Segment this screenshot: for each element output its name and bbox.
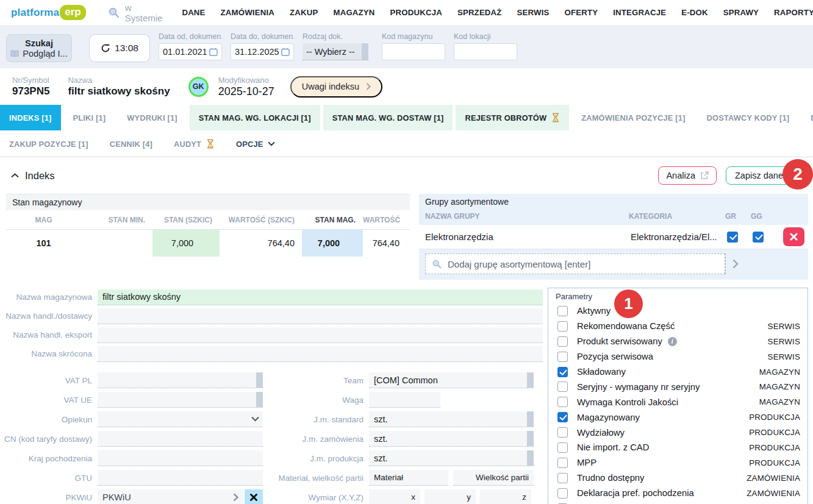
info-icon[interactable]: i (668, 337, 677, 346)
checkbox-mpp[interactable] (557, 458, 568, 468)
nav-item-zamowienia[interactable]: ZAMÓWIENIA (221, 8, 274, 17)
nav-item-sprzedaz[interactable]: SPRZEDAŻ (457, 8, 502, 17)
jm-produkcja-select[interactable]: szt. (369, 450, 534, 466)
vat-pl-select[interactable] (98, 372, 263, 388)
nav-item-oferty[interactable]: OFERTY (565, 8, 598, 17)
wielkosc-partii-input[interactable]: Wielkość partii (453, 470, 534, 486)
nazwa-magazynowa-input[interactable]: filtr siatkowy skośny (98, 289, 543, 305)
checkbox-deklaracja-pref-pochodzenia[interactable] (557, 488, 568, 499)
param-row-wymagana-karta-charakterystyki: Wymagana Karta charakterystykiZAMÓWIENIA (556, 501, 800, 504)
remove-group-button[interactable] (783, 227, 804, 246)
doc-type-select[interactable]: -- Wybierz -- (303, 43, 368, 60)
checkbox-seryjny-wymagany-nr-seryjny[interactable] (557, 382, 568, 392)
nav-item-dane[interactable]: DANE (182, 8, 205, 17)
date-from-input[interactable]: 01.01.2021 (159, 43, 222, 60)
pkwiu-picker[interactable]: PKWiU (98, 489, 243, 504)
checkbox-aktywny[interactable] (557, 306, 568, 316)
nav-item-integracje[interactable]: INTEGRACJE (613, 8, 666, 17)
add-group-input[interactable]: Dodaj grupę asortymentową [enter] (425, 254, 725, 274)
gtu-input[interactable] (98, 470, 263, 486)
tab-cennik[interactable]: CENNIK [4] (101, 131, 162, 157)
vat-ue-select[interactable] (98, 392, 263, 408)
checkbox-skladowany[interactable] (557, 367, 568, 377)
cn-input[interactable] (98, 431, 263, 447)
wymiar-x-input[interactable]: x (369, 489, 420, 504)
nav-item-magazyn[interactable]: MAGAZYN (333, 8, 374, 17)
select-handle (527, 411, 534, 427)
checkbox-pozycja-serwisowa[interactable] (557, 352, 568, 362)
tabs-row-1: INDEKS [1]PLIKI [1]WYDRUKI [1]STAN MAG. … (0, 105, 813, 130)
tab-dostawcy-kody[interactable]: DOSTAWCY KODY [1] (698, 105, 799, 130)
nav-item-sprawy[interactable]: SPRAWY (723, 8, 759, 17)
avatar[interactable]: GK (188, 77, 209, 97)
modified-label: Modyfikowano (218, 76, 274, 85)
nazwa-handl-dostawcy-input[interactable] (98, 308, 543, 324)
groups-col-gg: GG (751, 212, 802, 221)
nazwa-handl-eksport-input[interactable] (98, 327, 543, 343)
param-label: Wymaga Kontroli Jakości (577, 397, 678, 407)
analiza-button[interactable]: Analiza (658, 166, 717, 185)
wymiar-y-input[interactable]: y (424, 489, 476, 504)
refresh-time: 13:08 (115, 43, 138, 54)
nav-item-e-dok[interactable]: E-DOK (681, 8, 708, 17)
tab-dostawcy-ceny[interactable]: DOSTAWCY CENY [1] (801, 105, 813, 130)
tab-label: DOSTAWCY CENY [1] (811, 113, 813, 122)
checkbox-wydzialowy[interactable] (557, 427, 568, 438)
date-to-value: 31.12.2025 (235, 47, 279, 57)
field-value: szt. (374, 453, 388, 463)
param-category: PRODUKCJA (749, 428, 800, 437)
checkbox-trudno-dostepny[interactable] (557, 473, 568, 483)
tab-stan-mag-wg-dostaw[interactable]: STAN MAG. WG. DOSTAW [1] (323, 105, 453, 130)
tab-pliki[interactable]: PLIKI [1] (64, 105, 115, 130)
nazwa-skrocona-input[interactable] (98, 346, 543, 362)
global-search[interactable]: w Systemie (108, 2, 163, 23)
checkbox-produkt-serwisowany[interactable] (557, 336, 568, 347)
search-preview-button[interactable]: Szukaj Podgląd I... (6, 34, 72, 62)
date-to-input[interactable]: 31.12.2025 (231, 43, 294, 60)
nav-item-raporty[interactable]: RAPORTY (774, 8, 813, 17)
tab-audyt[interactable]: AUDYT (165, 131, 224, 157)
section-collapse-toggle[interactable]: Indeks (11, 170, 55, 182)
waga-input[interactable] (369, 392, 440, 408)
tab-opcje[interactable]: OPCJE (227, 131, 284, 157)
warehouse-code-input[interactable] (382, 43, 445, 60)
gr-checkbox[interactable] (727, 232, 738, 243)
tab-wydruki[interactable]: WYDRUKI [1] (118, 105, 187, 130)
nav-item-produkcja[interactable]: PRODUKCJA (390, 8, 442, 17)
jm-standard-select[interactable]: szt. (369, 411, 534, 427)
material-input[interactable]: Materiał (369, 470, 448, 486)
refresh-button[interactable]: 13:08 (89, 34, 150, 62)
groups-col-kategoria: KATEGORIA (629, 212, 725, 221)
tab-zakup-pozycje[interactable]: ZAKUP POZYCJE [1] (0, 131, 98, 157)
stock-col-stan-min: STAN MIN. (88, 216, 152, 224)
jm-zamowienia-select[interactable]: szt. (369, 431, 534, 447)
location-code-input[interactable] (454, 43, 517, 60)
tab-label: OPCJE (236, 140, 263, 149)
nav-item-zakup[interactable]: ZAKUP (290, 8, 318, 17)
stock-table-row[interactable]: 101 7,000 764,40 7,000 764,40 (6, 230, 410, 257)
nav-item-serwis[interactable]: SERWIS (517, 8, 550, 17)
checkbox-nie-import-z-cad[interactable] (557, 442, 568, 453)
checkbox-rekomendowana-czesc[interactable] (557, 321, 568, 332)
add-group-submit[interactable] (725, 254, 745, 274)
pkwiu-clear-button[interactable] (245, 489, 263, 504)
tab-indeks[interactable]: INDEKS [1] (0, 105, 61, 130)
calendar-icon[interactable] (281, 48, 290, 56)
stock-panel: Stan magazynowy MAGSTAN MIN.STAN (SZKIC)… (6, 194, 410, 257)
tab-stan-mag-wg-lokacji[interactable]: STAN MAG. WG. LOKACJI [1] (190, 105, 320, 130)
kraj-pochodzenia-input[interactable] (98, 450, 263, 466)
opiekun-select[interactable] (98, 411, 263, 427)
stock-stan-min (88, 230, 152, 257)
checkbox-magazynowany[interactable] (557, 412, 568, 422)
tab-zamowienia-pozycje[interactable]: ZAMÓWIENIA POZYCJE [1] (572, 105, 694, 130)
team-select[interactable]: [COM] Common (369, 372, 534, 388)
checkbox-wymaga-kontroli-jakosci[interactable] (557, 397, 568, 407)
chevron-right-icon[interactable] (233, 489, 243, 504)
app-logo[interactable]: platforma erp (11, 5, 86, 20)
tab-rejestr-obrotow[interactable]: REJESTR OBROTÓW (456, 105, 569, 130)
group-row[interactable]: Elektronarzędzia Elektronarzędzia/El... (419, 225, 808, 249)
index-notes-button[interactable]: Uwagi indeksu (290, 76, 382, 98)
calendar-icon[interactable] (209, 48, 218, 56)
gg-checkbox[interactable] (753, 232, 764, 243)
wymiar-z-input[interactable]: z (480, 489, 531, 504)
